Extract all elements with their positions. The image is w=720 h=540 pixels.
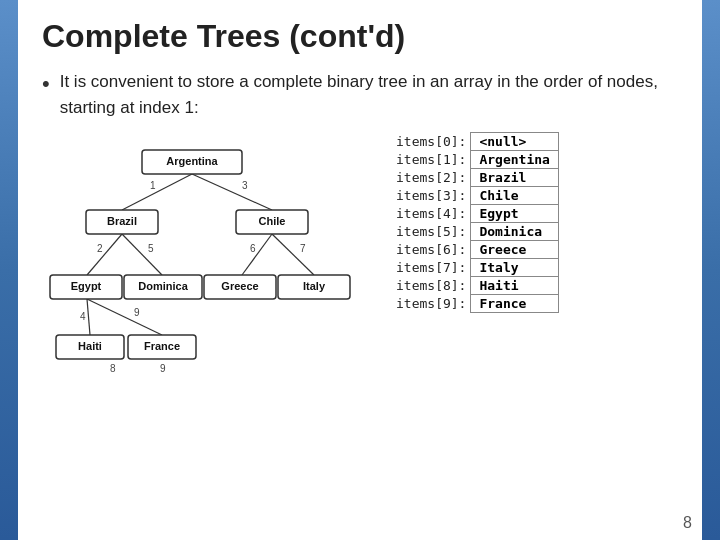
main-content: Complete Trees (cont'd) • It is convenie… xyxy=(18,0,702,540)
tree-container: 1 3 2 5 6 7 4 9 Argentina Brazil Chile xyxy=(42,132,372,386)
edge-argentina-chile xyxy=(192,174,272,210)
array-key-3: items[3]: xyxy=(392,187,471,205)
edge-num-7: 7 xyxy=(300,243,306,254)
array-key-1: items[1]: xyxy=(392,151,471,169)
edge-brazil-egypt xyxy=(87,234,122,275)
array-val-2: Brazil xyxy=(471,169,558,187)
array-val-4: Egypt xyxy=(471,205,558,223)
edge-num-4: 4 xyxy=(80,311,86,322)
array-row-0: items[0]:<null> xyxy=(392,133,558,151)
array-val-6: Greece xyxy=(471,241,558,259)
array-row-6: items[6]:Greece xyxy=(392,241,558,259)
array-row-9: items[9]:France xyxy=(392,295,558,313)
edge-num-6: 6 xyxy=(250,243,256,254)
array-val-7: Italy xyxy=(471,259,558,277)
array-row-3: items[3]:Chile xyxy=(392,187,558,205)
node-dominica-label: Dominica xyxy=(138,280,188,292)
node-france-label: France xyxy=(144,340,180,352)
node-greece-label: Greece xyxy=(221,280,258,292)
tree-svg: 1 3 2 5 6 7 4 9 Argentina Brazil Chile xyxy=(42,132,362,382)
array-key-9: items[9]: xyxy=(392,295,471,313)
array-table: items[0]:<null>items[1]:Argentinaitems[2… xyxy=(392,132,559,313)
array-table-container: items[0]:<null>items[1]:Argentinaitems[2… xyxy=(392,132,559,313)
array-val-8: Haiti xyxy=(471,277,558,295)
array-key-0: items[0]: xyxy=(392,133,471,151)
right-sidebar xyxy=(702,0,720,540)
bullet-dot: • xyxy=(42,71,50,97)
node-argentina-label: Argentina xyxy=(166,155,218,167)
array-val-5: Dominica xyxy=(471,223,558,241)
left-sidebar xyxy=(0,0,18,540)
node-italy-label: Italy xyxy=(303,280,326,292)
node-brazil-label: Brazil xyxy=(107,215,137,227)
edge-chile-italy xyxy=(272,234,314,275)
node-chile-label: Chile xyxy=(259,215,286,227)
page-number: 8 xyxy=(683,514,692,532)
array-key-2: items[2]: xyxy=(392,169,471,187)
num-france-9: 9 xyxy=(160,363,166,374)
node-haiti-label: Haiti xyxy=(78,340,102,352)
array-row-8: items[8]:Haiti xyxy=(392,277,558,295)
array-val-9: France xyxy=(471,295,558,313)
bullet-section: • It is convenient to store a complete b… xyxy=(42,69,678,120)
edge-chile-greece xyxy=(242,234,272,275)
edge-num-9: 9 xyxy=(134,307,140,318)
edge-num-2: 2 xyxy=(97,243,103,254)
array-row-4: items[4]:Egypt xyxy=(392,205,558,223)
array-key-4: items[4]: xyxy=(392,205,471,223)
array-row-2: items[2]:Brazil xyxy=(392,169,558,187)
bullet-text: It is convenient to store a complete bin… xyxy=(60,69,678,120)
array-val-1: Argentina xyxy=(471,151,558,169)
array-row-5: items[5]:Dominica xyxy=(392,223,558,241)
array-val-0: <null> xyxy=(471,133,558,151)
edge-egypt-haiti xyxy=(87,299,90,335)
num-haiti-8: 8 xyxy=(110,363,116,374)
array-row-7: items[7]:Italy xyxy=(392,259,558,277)
array-key-6: items[6]: xyxy=(392,241,471,259)
edge-num-3: 3 xyxy=(242,180,248,191)
edge-num-5: 5 xyxy=(148,243,154,254)
array-val-3: Chile xyxy=(471,187,558,205)
edge-num-1: 1 xyxy=(150,180,156,191)
array-key-7: items[7]: xyxy=(392,259,471,277)
array-key-5: items[5]: xyxy=(392,223,471,241)
diagram-area: 1 3 2 5 6 7 4 9 Argentina Brazil Chile xyxy=(42,132,678,386)
edge-brazil-dominica xyxy=(122,234,162,275)
slide-title: Complete Trees (cont'd) xyxy=(42,18,678,55)
edge-egypt-france xyxy=(87,299,162,335)
array-key-8: items[8]: xyxy=(392,277,471,295)
node-egypt-label: Egypt xyxy=(71,280,102,292)
array-row-1: items[1]:Argentina xyxy=(392,151,558,169)
edge-argentina-brazil xyxy=(122,174,192,210)
